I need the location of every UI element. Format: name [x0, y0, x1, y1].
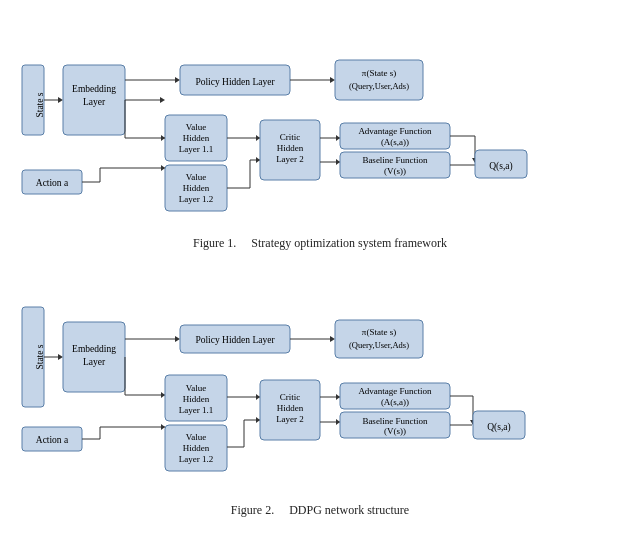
svg-text:(V(s)): (V(s))	[384, 426, 406, 436]
diagram2-svg: State s Embedding Layer Policy Hidden La…	[20, 277, 620, 497]
figure1-caption: Figure 1. Strategy optimization system f…	[193, 236, 447, 251]
svg-text:Baseline Function: Baseline Function	[362, 155, 428, 165]
svg-text:Critic: Critic	[280, 392, 301, 402]
svg-text:Layer 1.1: Layer 1.1	[179, 405, 213, 415]
figure2-text: DDPG network structure	[289, 503, 409, 517]
svg-text:Hidden: Hidden	[183, 183, 210, 193]
diagram1: .node-rect { fill: #c5d5e8; stroke: #5a7…	[20, 10, 620, 232]
svg-text:Layer 1.1: Layer 1.1	[179, 144, 213, 154]
svg-marker-47	[336, 159, 340, 165]
figure1: .node-rect { fill: #c5d5e8; stroke: #5a7…	[15, 10, 625, 263]
svg-marker-68	[175, 336, 180, 342]
state-s2-label: State s	[35, 344, 45, 369]
figure1-text: Strategy optimization system framework	[251, 236, 447, 250]
svg-text:Layer 2: Layer 2	[276, 414, 304, 424]
svg-text:Policy Hidden Layer: Policy Hidden Layer	[195, 77, 275, 87]
svg-marker-98	[256, 417, 260, 423]
svg-text:Q(s,a): Q(s,a)	[489, 161, 512, 172]
svg-text:Value: Value	[186, 432, 207, 442]
svg-rect-12	[335, 60, 423, 100]
svg-marker-88	[161, 424, 165, 430]
svg-text:Critic: Critic	[280, 132, 301, 142]
svg-marker-2	[58, 97, 63, 103]
svg-text:Layer 2: Layer 2	[276, 154, 304, 164]
svg-marker-16	[160, 97, 165, 103]
svg-marker-35	[256, 135, 260, 141]
svg-text:Layer 1.2: Layer 1.2	[179, 194, 213, 204]
svg-text:Action a: Action a	[36, 435, 69, 445]
svg-text:Layer 1.2: Layer 1.2	[179, 454, 213, 464]
svg-text:Layer: Layer	[83, 97, 106, 107]
svg-text:Advantage Function: Advantage Function	[358, 126, 432, 136]
svg-marker-78	[161, 392, 165, 398]
svg-marker-45	[336, 135, 340, 141]
svg-marker-106	[336, 419, 340, 425]
svg-text:(A(s,a)): (A(s,a))	[381, 397, 409, 407]
svg-text:Baseline Function: Baseline Function	[362, 416, 428, 426]
svg-text:Hidden: Hidden	[277, 143, 304, 153]
svg-marker-11	[330, 77, 335, 83]
figure1-label: Figure 1.	[193, 236, 236, 250]
svg-text:(Query,User,Ads): (Query,User,Ads)	[349, 340, 409, 350]
svg-marker-7	[175, 77, 180, 83]
svg-rect-73	[335, 320, 423, 358]
svg-marker-104	[336, 394, 340, 400]
diagram1-svg: .node-rect { fill: #c5d5e8; stroke: #5a7…	[20, 10, 620, 230]
figure2-label: Figure 2.	[231, 503, 274, 517]
svg-text:Value: Value	[186, 122, 207, 132]
svg-text:(Query,User,Ads): (Query,User,Ads)	[349, 81, 409, 91]
svg-text:Hidden: Hidden	[277, 403, 304, 413]
svg-marker-72	[330, 336, 335, 342]
figure2-caption: Figure 2. DDPG network structure	[231, 503, 409, 518]
svg-text:Action a: Action a	[36, 178, 69, 188]
svg-text:Policy Hidden Layer: Policy Hidden Layer	[195, 335, 275, 345]
svg-text:Value: Value	[186, 383, 207, 393]
svg-text:Embedding: Embedding	[72, 344, 116, 354]
diagram2: State s Embedding Layer Policy Hidden La…	[20, 277, 620, 499]
svg-text:π(State s): π(State s)	[362, 68, 396, 78]
svg-text:Embedding: Embedding	[72, 84, 116, 94]
svg-text:(V(s)): (V(s))	[384, 166, 406, 176]
svg-text:Value: Value	[186, 172, 207, 182]
svg-text:(A(s,a)): (A(s,a))	[381, 137, 409, 147]
svg-text:Q(s,a): Q(s,a)	[487, 422, 510, 433]
svg-text:Hidden: Hidden	[183, 443, 210, 453]
svg-marker-94	[256, 394, 260, 400]
svg-text:Layer: Layer	[83, 357, 106, 367]
figure2: State s Embedding Layer Policy Hidden La…	[15, 277, 625, 530]
svg-text:Hidden: Hidden	[183, 394, 210, 404]
svg-marker-63	[58, 354, 63, 360]
svg-marker-39	[256, 157, 260, 163]
svg-text:Advantage Function: Advantage Function	[358, 386, 432, 396]
state-s1-label: State s	[35, 92, 45, 117]
svg-marker-29	[161, 165, 165, 171]
svg-text:π(State s): π(State s)	[362, 327, 396, 337]
svg-marker-23	[161, 135, 165, 141]
svg-text:Hidden: Hidden	[183, 133, 210, 143]
